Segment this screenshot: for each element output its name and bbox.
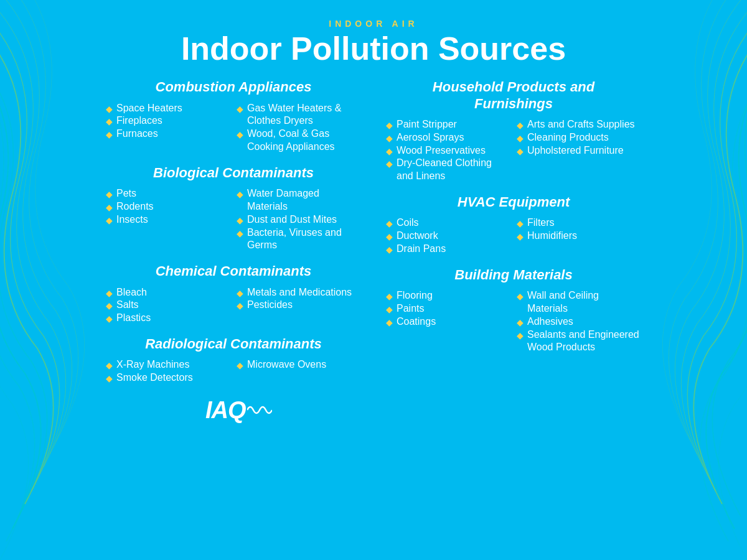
item-label: Drain Pans <box>397 243 446 256</box>
item-label: Wood Preservatives <box>397 144 486 157</box>
page-container: INDOOR AIR Indoor Pollution Sources Comb… <box>0 0 747 560</box>
diamond-icon: ◆ <box>106 103 113 114</box>
section-building: Building Materials ◆ Flooring ◆ Paints ◆ <box>386 267 641 354</box>
list-item: ◆ Drain Pans <box>386 243 510 256</box>
diamond-icon: ◆ <box>237 228 243 239</box>
list-item: ◆ Sealants and Engineered Wood Products <box>517 329 641 355</box>
diamond-icon: ◆ <box>386 244 393 255</box>
content-grid: Combustion Appliances ◆ Space Heaters ◆ … <box>106 79 641 424</box>
item-label: Wood, Coal & Gas Cooking Appliances <box>247 128 361 154</box>
item-label: Aerosol Sprays <box>397 131 464 144</box>
header-subtitle: INDOOR AIR <box>106 19 641 29</box>
item-label: Pets <box>116 187 136 200</box>
building-items: ◆ Flooring ◆ Paints ◆ Coatings <box>386 289 641 354</box>
list-item: ◆ Microwave Ovens <box>237 358 361 371</box>
item-label: Dry-Cleaned Clothing and Linens <box>397 157 510 183</box>
diamond-icon: ◆ <box>517 330 524 341</box>
iaq-logo-text: IAQ <box>205 397 272 424</box>
list-item: ◆ Gas Water Heaters & Clothes Dryers <box>237 102 361 128</box>
diamond-icon: ◆ <box>386 119 393 131</box>
list-item: ◆ Pesticides <box>237 299 361 312</box>
list-item: ◆ Bacteria, Viruses and Germs <box>237 226 361 253</box>
left-column: Combustion Appliances ◆ Space Heaters ◆ … <box>106 79 361 424</box>
chemical-col2: ◆ Metals and Medications ◆ Pesticides <box>237 286 361 325</box>
item-label: Gas Water Heaters & Clothes Dryers <box>247 102 361 128</box>
header: INDOOR AIR Indoor Pollution Sources <box>106 19 641 67</box>
diamond-icon: ◆ <box>386 158 393 169</box>
list-item: ◆ Furnaces <box>106 128 230 141</box>
list-item: ◆ Coatings <box>386 315 510 329</box>
list-item: ◆ Rodents <box>106 200 230 213</box>
diamond-icon: ◆ <box>106 313 113 324</box>
list-item: ◆ Humidifiers <box>517 230 641 243</box>
item-label: Dust and Dust Mites <box>247 213 337 226</box>
section-title-household: Household Products andFurnishings <box>386 79 641 112</box>
item-label: Humidifiers <box>527 230 577 243</box>
section-title-combustion: Combustion Appliances <box>106 79 361 95</box>
list-item: ◆ Adhesives <box>517 315 641 329</box>
chemical-items: ◆ Bleach ◆ Salts ◆ Plastics <box>106 286 361 325</box>
diamond-icon: ◆ <box>106 116 113 127</box>
section-title-radiological: Radiological Contaminants <box>106 336 361 352</box>
item-label: Arts and Crafts Supplies <box>527 118 635 131</box>
diamond-icon: ◆ <box>237 300 243 311</box>
item-label: Insects <box>116 213 148 226</box>
item-label: Coils <box>397 217 419 230</box>
item-label: Space Heaters <box>116 102 182 115</box>
list-item: ◆ Wood Preservatives <box>386 144 510 157</box>
item-label: Salts <box>116 299 139 312</box>
list-item: ◆ Fireplaces <box>106 114 230 128</box>
right-column: Household Products andFurnishings ◆ Pain… <box>386 79 641 424</box>
diamond-icon: ◆ <box>386 218 393 229</box>
section-title-hvac: HVAC Equipment <box>386 194 641 210</box>
list-item: ◆ Space Heaters <box>106 102 230 115</box>
section-chemical: Chemical Contaminants ◆ Bleach ◆ Salts ◆ <box>106 263 361 325</box>
list-item: ◆ Bleach <box>106 286 230 299</box>
item-label: Bleach <box>116 286 147 299</box>
diamond-icon: ◆ <box>106 373 113 384</box>
diamond-icon: ◆ <box>237 287 243 299</box>
item-label: Cleaning Products <box>527 131 609 144</box>
list-item: ◆ Arts and Crafts Supplies <box>517 118 641 131</box>
list-item: ◆ Metals and Medications <box>237 286 361 299</box>
list-item: ◆ Wall and Ceiling Materials <box>517 289 641 315</box>
list-item: ◆ Smoke Detectors <box>106 371 230 385</box>
combustion-items: ◆ Space Heaters ◆ Fireplaces ◆ Furnaces <box>106 102 361 154</box>
diamond-icon: ◆ <box>386 231 393 242</box>
item-label: Filters <box>527 217 555 230</box>
list-item: ◆ Dry-Cleaned Clothing and Linens <box>386 157 510 183</box>
list-item: ◆ Paint Stripper <box>386 118 510 131</box>
building-col2: ◆ Wall and Ceiling Materials ◆ Adhesives… <box>517 289 641 354</box>
diamond-icon: ◆ <box>386 146 393 157</box>
item-label: Sealants and Engineered Wood Products <box>527 329 641 355</box>
diamond-icon: ◆ <box>237 103 243 114</box>
section-radiological: Radiological Contaminants ◆ X-Ray Machin… <box>106 336 361 385</box>
diamond-icon: ◆ <box>106 189 113 200</box>
radiological-items: ◆ X-Ray Machines ◆ Smoke Detectors ◆ Mic… <box>106 358 361 385</box>
household-col1: ◆ Paint Stripper ◆ Aerosol Sprays ◆ Wood… <box>386 118 510 183</box>
list-item: ◆ Flooring <box>386 289 510 302</box>
radiological-col2: ◆ Microwave Ovens <box>237 358 361 385</box>
list-item: ◆ Coils <box>386 217 510 230</box>
item-label: Smoke Detectors <box>116 371 193 385</box>
item-label: Ductwork <box>397 230 438 243</box>
diamond-icon: ◆ <box>106 360 113 371</box>
diamond-icon: ◆ <box>237 360 243 371</box>
section-household: Household Products andFurnishings ◆ Pain… <box>386 79 641 183</box>
biological-col2: ◆ Water Damaged Materials ◆ Dust and Dus… <box>237 187 361 252</box>
household-items: ◆ Paint Stripper ◆ Aerosol Sprays ◆ Wood… <box>386 118 641 183</box>
section-title-biological: Biological Contaminants <box>106 165 361 181</box>
diamond-icon: ◆ <box>237 215 243 226</box>
list-item: ◆ Aerosol Sprays <box>386 131 510 144</box>
item-label: Plastics <box>116 312 151 325</box>
diamond-icon: ◆ <box>106 129 113 140</box>
section-title-chemical: Chemical Contaminants <box>106 263 361 279</box>
list-item: ◆ Water Damaged Materials <box>237 187 361 213</box>
diamond-icon: ◆ <box>517 317 524 328</box>
item-label: Adhesives <box>527 315 573 329</box>
combustion-col2: ◆ Gas Water Heaters & Clothes Dryers ◆ W… <box>237 102 361 154</box>
diamond-icon: ◆ <box>517 146 524 157</box>
list-item: ◆ Filters <box>517 217 641 230</box>
item-label: Bacteria, Viruses and Germs <box>247 226 361 253</box>
list-item: ◆ Salts <box>106 299 230 312</box>
